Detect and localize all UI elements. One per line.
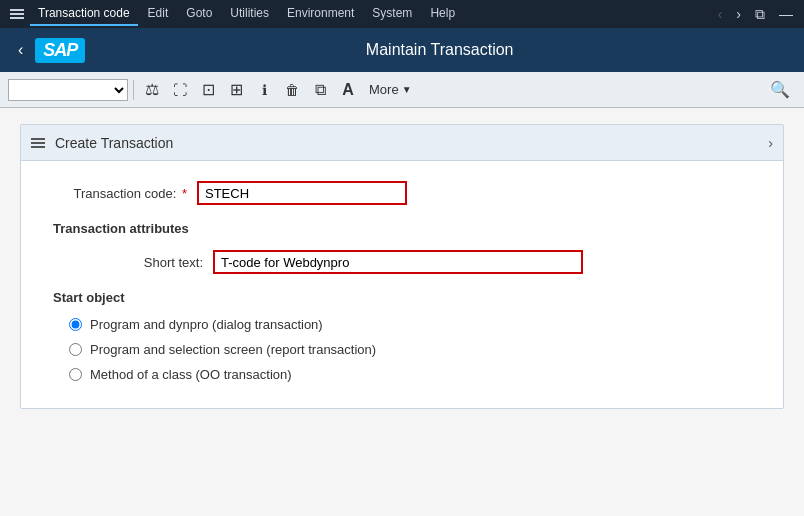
radio-item-2: Program and selection screen (report tra… [69,342,767,357]
radio-dialog[interactable] [69,318,82,331]
search-icon: 🔍 [770,81,790,98]
toolbar-dropdown[interactable] [8,79,128,101]
toolbar-info-button[interactable]: ℹ [251,77,277,103]
menu-system[interactable]: System [364,2,420,26]
menu-goto[interactable]: Goto [178,2,220,26]
menu-environment[interactable]: Environment [279,2,362,26]
toolbar-balance-button[interactable]: ⚖ [139,77,165,103]
radio-report-label: Program and selection screen (report tra… [90,342,376,357]
toolbar-layers-button[interactable]: ⊡ [195,77,221,103]
menu-bar: Transaction code Edit Goto Utilities Env… [0,0,804,28]
grid-icon: ⊞ [230,80,243,99]
start-object-heading: Start object [53,290,767,305]
nav-arrows: ‹ › ⧉ — [713,4,798,25]
more-button[interactable]: More ▼ [363,79,418,100]
shorttext-label: Short text: [53,255,213,270]
separator-1 [133,80,134,100]
shorttext-row: Short text: [53,250,767,274]
flag-icon: ⛶ [173,82,187,98]
radio-item-1: Program and dynpro (dialog transaction) [69,317,767,332]
attributes-heading: Transaction attributes [53,221,767,236]
menu-help[interactable]: Help [422,2,463,26]
sap-header: ‹ SAP Maintain Transaction [0,28,804,72]
inner-panel: Create Transaction › Transaction code: *… [20,124,784,409]
balance-icon: ⚖ [145,80,159,99]
radio-dialog-label: Program and dynpro (dialog transaction) [90,317,323,332]
page-title: Maintain Transaction [85,41,794,59]
radio-item-3: Method of a class (OO transaction) [69,367,767,382]
search-button[interactable]: 🔍 [764,77,796,102]
panel-menu-icon[interactable] [31,138,45,148]
radio-oo-label: Method of a class (OO transaction) [90,367,292,382]
info-icon: ℹ [262,82,267,98]
radio-group: Program and dynpro (dialog transaction) … [69,317,767,382]
menu-utilities[interactable]: Utilities [222,2,277,26]
trash-icon: 🗑 [285,82,299,98]
panel-expand-icon[interactable]: › [768,135,773,151]
minimize-button[interactable]: — [774,4,798,24]
tcode-row: Transaction code: * [37,181,767,205]
panel-header: Create Transaction › [21,125,783,161]
font-icon: A [342,81,354,99]
panel-title: Create Transaction [55,135,173,151]
sap-logo: SAP [35,38,85,63]
toolbar: ⚖ ⛶ ⊡ ⊞ ℹ 🗑 ⧉ A More ▼ 🔍 [0,72,804,108]
tcode-label: Transaction code: * [37,186,197,201]
tcode-input[interactable] [197,181,407,205]
toolbar-font-button[interactable]: A [335,77,361,103]
toolbar-grid-button[interactable]: ⊞ [223,77,249,103]
menu-edit[interactable]: Edit [140,2,177,26]
toolbar-delete-button[interactable]: 🗑 [279,77,305,103]
toolbar-flag-button[interactable]: ⛶ [167,77,193,103]
restore-button[interactable]: ⧉ [750,4,770,25]
more-label: More [369,82,399,97]
content-area: Create Transaction › Transaction code: *… [0,108,804,516]
shorttext-input[interactable] [213,250,583,274]
hamburger-icon[interactable] [6,5,28,23]
nav-back-button[interactable]: ‹ [713,4,728,24]
header-back-button[interactable]: ‹ [10,41,31,59]
radio-report[interactable] [69,343,82,356]
nav-forward-button[interactable]: › [731,4,746,24]
copy-icon: ⧉ [315,81,326,99]
menu-transaction-code[interactable]: Transaction code [30,2,138,26]
panel-body: Transaction code: * Transaction attribut… [21,161,783,408]
radio-oo[interactable] [69,368,82,381]
chevron-down-icon: ▼ [402,84,412,95]
layers-icon: ⊡ [202,80,215,99]
toolbar-copy-button[interactable]: ⧉ [307,77,333,103]
required-star: * [182,186,187,201]
transaction-attributes-section: Transaction attributes Short text: Start… [53,221,767,382]
